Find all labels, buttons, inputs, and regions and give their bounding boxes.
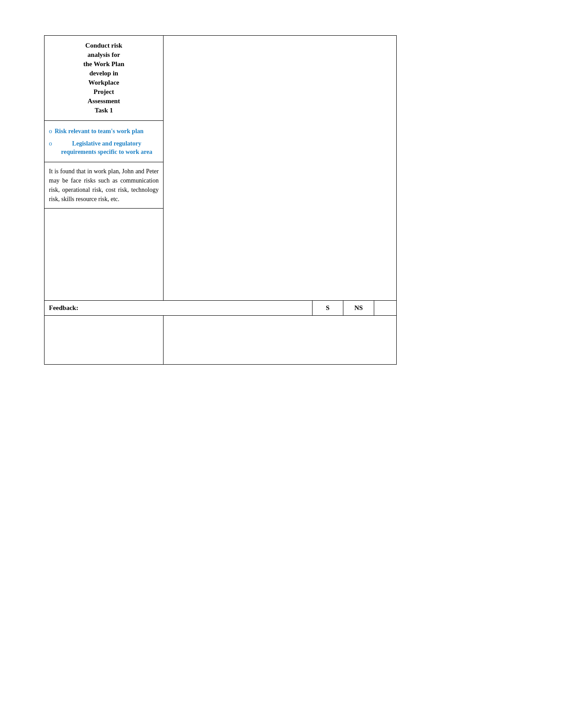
main-table: Conduct riskanalysis forthe Work Plandev… bbox=[44, 35, 397, 365]
feedback-left-content bbox=[45, 316, 164, 364]
body-text-cell: It is found that in work plan, John and … bbox=[45, 162, 163, 209]
bullet-item-1: o Risk relevant to team's work plan bbox=[49, 127, 159, 136]
left-column: Conduct riskanalysis forthe Work Plandev… bbox=[45, 36, 164, 300]
header-text: Conduct riskanalysis forthe Work Plandev… bbox=[83, 42, 124, 114]
task-header: Conduct riskanalysis forthe Work Plandev… bbox=[45, 36, 163, 121]
bullet-section-1: o Risk relevant to team's work plan o Le… bbox=[45, 121, 163, 162]
bullet-marker-1: o bbox=[49, 128, 52, 135]
bullet-text-2: Legislative and regulatory requirements … bbox=[55, 139, 159, 157]
feedback-bar: Feedback: S NS bbox=[45, 300, 396, 316]
bullet-marker-2: o bbox=[49, 140, 52, 147]
ns-box bbox=[374, 301, 396, 315]
feedback-content-row bbox=[45, 316, 396, 364]
bullet-item-2: o Legislative and regulatory requirement… bbox=[49, 139, 159, 157]
feedback-label: Feedback: bbox=[45, 301, 313, 315]
ns-label: NS bbox=[343, 301, 374, 315]
right-column-empty bbox=[164, 36, 396, 300]
feedback-right-content bbox=[164, 316, 396, 364]
s-label: S bbox=[313, 301, 343, 315]
bullet-text-1: Risk relevant to team's work plan bbox=[55, 127, 144, 136]
